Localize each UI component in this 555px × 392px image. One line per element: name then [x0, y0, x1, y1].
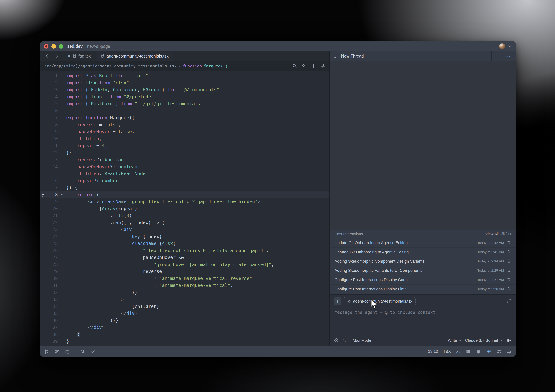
tab-faq[interactable]: faq.tsx: [63, 51, 96, 61]
delete-thread-icon[interactable]: [507, 259, 511, 264]
outline-panel-icon[interactable]: [65, 349, 70, 354]
back-button[interactable]: [44, 54, 49, 59]
debug-icon[interactable]: [476, 349, 481, 354]
edit-prediction-icon[interactable]: z»: [456, 349, 461, 354]
more-options-button[interactable]: ···: [505, 54, 511, 58]
send-message-icon[interactable]: [506, 338, 511, 343]
past-interaction-row[interactable]: Adding Skeuomorphic Variants to UI Compo…: [330, 266, 516, 275]
past-interaction-row[interactable]: Update Git Onboarding to Agentic Editing…: [330, 238, 516, 247]
git-branch-icon[interactable]: [54, 349, 59, 354]
code-line: 39}: [40, 338, 329, 345]
delete-thread-icon[interactable]: [507, 268, 511, 273]
gutter-fold-area: [58, 135, 66, 143]
terminal-icon[interactable]: [466, 349, 471, 354]
gutter-fold-area: [58, 170, 66, 177]
search-icon[interactable]: [80, 349, 85, 354]
editor-controls-icon[interactable]: [320, 63, 325, 68]
window-titlebar[interactable]: zed.dev new-ai-page: [40, 41, 516, 51]
burn-mode-icon[interactable]: [334, 338, 339, 343]
chevron-down-icon[interactable]: [507, 44, 512, 49]
code-token: {: [85, 101, 91, 106]
view-all-button[interactable]: View All: [485, 232, 498, 236]
expand-composer-icon[interactable]: [507, 299, 511, 304]
code-line-content: }) {: [66, 184, 329, 191]
indent-guide: [110, 310, 121, 317]
indent-guide: [77, 226, 88, 233]
ai-assistant-icon[interactable]: [486, 349, 491, 354]
code-line-content: {Array(repeat): [66, 205, 329, 212]
gutter-fold-area: [58, 331, 66, 338]
indent-guide: [110, 254, 121, 261]
gutter-fold-area: [58, 226, 66, 233]
past-interaction-row[interactable]: Adding Skeuomorphic Component Design Var…: [330, 257, 516, 266]
past-interaction-row[interactable]: Change Git Onboarding to Agentic Editing…: [330, 247, 516, 257]
delete-thread-icon[interactable]: [507, 287, 511, 292]
collaboration-icon[interactable]: [496, 349, 501, 354]
minimize-button[interactable]: [51, 44, 56, 49]
code-token: ,: [118, 122, 121, 127]
code-editor[interactable]: 1import * as React from "react"2import c…: [40, 71, 329, 346]
gutter-fold-area: [58, 121, 66, 128]
indent-guide: [110, 282, 121, 289]
context-chip-label: agent-community-testimonials.tsx: [353, 299, 412, 304]
line-number: 18: [46, 191, 58, 198]
add-context-button[interactable]: +: [334, 298, 341, 305]
mode-dropdown[interactable]: Write: [448, 338, 462, 343]
breadcrumb[interactable]: src/app/(site)/agentic/agent-community-t…: [40, 61, 329, 71]
past-interaction-row[interactable]: Configure Past Interactions Display Coun…: [330, 275, 516, 284]
code-token: (repeat): [116, 206, 137, 211]
close-button[interactable]: [44, 44, 49, 49]
text-cursor-icon[interactable]: [311, 63, 316, 68]
context-chip[interactable]: agent-community-testimonials.tsx: [344, 297, 416, 306]
code-line: 2import clsx from "clsx": [40, 79, 329, 86]
fold-chevron-icon[interactable]: [58, 191, 66, 198]
forward-button[interactable]: [54, 54, 59, 59]
past-interaction-row[interactable]: Configure Past Interactions Display Limi…: [330, 284, 516, 294]
code-token: div: [94, 325, 102, 330]
indent-guide: [77, 296, 88, 303]
code-line-content: reverse?: boolean: [66, 156, 329, 163]
code-line: 12}: {: [40, 149, 329, 157]
code-token: import: [66, 80, 85, 86]
cursor-position[interactable]: 18:13: [428, 349, 438, 354]
line-number: 16: [46, 177, 58, 184]
indent-guide: [88, 205, 99, 212]
indent-guide: [99, 275, 110, 282]
language-selector[interactable]: TSX: [443, 349, 451, 354]
avatar[interactable]: [499, 43, 505, 49]
gutter-fold-area: [58, 114, 66, 121]
line-number: 38: [46, 331, 58, 338]
line-number: 8: [46, 121, 58, 128]
delete-thread-icon[interactable]: [507, 241, 511, 245]
indent-guide: [77, 275, 88, 282]
new-thread-button[interactable]: +: [496, 53, 500, 59]
code-token: return: [77, 192, 96, 197]
inline-assist-icon[interactable]: [301, 63, 307, 68]
message-input[interactable]: Message the agent – @ to include context: [334, 309, 511, 315]
indent-guide: [77, 212, 88, 219]
code-line-content: </div>: [66, 310, 329, 317]
delete-thread-icon[interactable]: [507, 250, 511, 254]
diagnostics-check-icon[interactable]: [90, 349, 95, 354]
indent-guide: [110, 303, 121, 310]
code-line: 6: [40, 107, 329, 114]
code-token: HGroup: [143, 87, 159, 92]
indent-guide: [88, 233, 99, 240]
gutter-fold-area: [58, 100, 66, 107]
code-token: boolean: [105, 157, 124, 162]
quick-action-bolt-icon[interactable]: [40, 191, 46, 198]
project-name[interactable]: new-ai-page: [87, 44, 110, 49]
gutter-flash-area: [40, 331, 46, 338]
thread-menu-icon[interactable]: [334, 54, 338, 58]
code-token: React: [99, 73, 116, 78]
tab-agent-community-testimonials[interactable]: agent-community-testimonials.tsx: [96, 51, 174, 61]
line-number: 5: [46, 100, 58, 107]
notifications-bell-icon[interactable]: [506, 349, 511, 354]
past-interaction-time: Today at 2:29 AM: [477, 269, 504, 273]
model-dropdown[interactable]: Claude 3.7 Sonnet: [465, 338, 503, 343]
maximize-button[interactable]: [59, 44, 63, 49]
project-panel-icon[interactable]: [44, 349, 49, 354]
max-mode-label[interactable]: Max Mode: [353, 338, 371, 343]
search-icon[interactable]: [292, 63, 297, 68]
delete-thread-icon[interactable]: [507, 278, 511, 282]
